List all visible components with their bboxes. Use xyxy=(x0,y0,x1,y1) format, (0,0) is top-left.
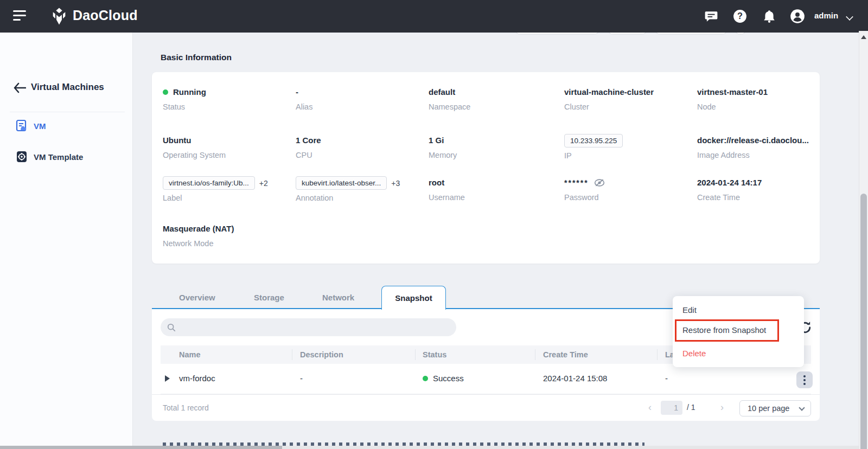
brand-name: DaoCloud xyxy=(73,8,138,23)
app-header: DaoCloud ? admin xyxy=(0,0,868,33)
column-header-status[interactable]: Status xyxy=(423,350,446,359)
field-alias: - Alias xyxy=(296,86,312,111)
eye-off-icon[interactable] xyxy=(594,178,605,187)
menu-item-edit[interactable]: Edit xyxy=(673,300,804,320)
page-size-value: 10 per page xyxy=(748,404,789,413)
menu-item-delete[interactable]: Delete xyxy=(673,344,804,363)
field-cluster: virtual-machine-cluster Cluster xyxy=(564,86,654,111)
prev-page-icon[interactable]: ‹ xyxy=(648,402,652,413)
notifications-bell-icon[interactable] xyxy=(762,9,777,24)
label-more-count[interactable]: +2 xyxy=(259,177,268,190)
field-status: Running Status xyxy=(163,86,206,111)
vertical-scrollbar-thumb[interactable] xyxy=(860,194,867,449)
annotation-chip[interactable]: kubevirt.io/latest-obser... xyxy=(296,176,387,190)
username-label[interactable]: admin xyxy=(814,11,838,20)
label-chip[interactable]: virtnest.io/os-family:Ub... xyxy=(163,176,255,190)
tab-overview[interactable]: Overview xyxy=(179,286,215,309)
column-header-create-time[interactable]: Create Time xyxy=(543,350,588,359)
ip-chip[interactable]: 10.233.95.225 xyxy=(564,134,623,147)
tab-network[interactable]: Network xyxy=(322,286,354,309)
field-namespace: default Namespace xyxy=(429,86,470,111)
status-dot-success xyxy=(423,376,428,381)
search-icon xyxy=(167,323,176,332)
column-divider xyxy=(535,349,535,360)
total-pages-label: / 1 xyxy=(687,403,695,412)
sidebar-item-vm-template[interactable]: VM Template xyxy=(0,145,133,169)
vm-icon xyxy=(15,119,28,132)
field-image-address: docker://release-ci.daoclou... Image Add… xyxy=(697,134,809,159)
cell-status: Success xyxy=(423,374,464,383)
user-avatar[interactable] xyxy=(790,9,805,24)
menu-item-restore-from-snapshot[interactable]: Restore from Snapshot xyxy=(673,320,804,340)
field-ip: 10.233.95.225 IP xyxy=(564,134,623,160)
column-divider xyxy=(292,349,292,360)
field-annotation: kubevirt.io/latest-obser...+3 Annotation xyxy=(296,176,400,202)
section-title: Basic Information xyxy=(161,53,232,62)
svg-text:?: ? xyxy=(737,11,743,21)
column-divider xyxy=(415,349,416,360)
vm-template-icon xyxy=(15,150,28,163)
next-page-icon[interactable]: › xyxy=(720,402,724,413)
search-input[interactable] xyxy=(180,323,441,332)
column-header-name[interactable]: Name xyxy=(179,350,201,359)
status-dot-running xyxy=(163,89,168,95)
sidebar-item-label: VM xyxy=(34,121,46,131)
column-header-description[interactable]: Description xyxy=(300,350,343,359)
field-cpu: 1 Core CPU xyxy=(296,134,321,159)
tab-snapshot[interactable]: Snapshot xyxy=(381,286,446,310)
select-chevron-down-icon xyxy=(799,405,805,410)
field-create-time: 2024-01-24 14:17 Create Time xyxy=(697,176,762,202)
sidebar-divider xyxy=(10,112,125,112)
basic-info-card: Running Status - Alias default Namespace… xyxy=(152,72,820,264)
expand-row-icon[interactable] xyxy=(165,375,170,382)
field-username: root Username xyxy=(429,176,465,202)
field-node: virtnest-master-01 Node xyxy=(697,86,768,111)
table-footer: Total 1 record ‹ 1 / 1 › 10 per page xyxy=(152,394,820,421)
sidebar-item-vm[interactable]: VM xyxy=(0,114,133,138)
field-password: ****** Password xyxy=(564,176,605,202)
row-actions-kebab-icon[interactable] xyxy=(796,371,813,388)
current-page-input[interactable]: 1 xyxy=(661,401,682,415)
column-divider xyxy=(657,349,658,360)
table-row[interactable]: vm-fordoc - Success 2024-01-24 15:08 - xyxy=(161,364,811,394)
snapshot-search[interactable] xyxy=(161,318,456,336)
cell-description: - xyxy=(300,374,303,383)
sidebar-title: Virtual Machines xyxy=(31,82,104,93)
cell-last: - xyxy=(665,374,668,383)
back-arrow-icon[interactable] xyxy=(13,82,26,93)
total-records-label: Total 1 record xyxy=(163,403,209,412)
user-menu-chevron-down-icon[interactable] xyxy=(846,13,853,21)
daocloud-logo-icon xyxy=(50,7,68,25)
message-icon[interactable] xyxy=(704,9,719,24)
page-size-select[interactable]: 10 per page xyxy=(739,400,811,416)
help-icon[interactable]: ? xyxy=(732,9,748,24)
field-network-mode: Masquerade (NAT) Network Mode xyxy=(163,222,234,248)
hamburger-menu-icon[interactable] xyxy=(13,10,27,22)
sidebar: Virtual Machines VM VM Template xyxy=(0,33,133,449)
cell-create-time: 2024-01-24 15:08 xyxy=(543,374,607,383)
sidebar-item-label: VM Template xyxy=(34,152,83,162)
horizontal-scrollbar-thumb[interactable] xyxy=(0,446,282,449)
vertical-scrollbar[interactable] xyxy=(859,31,868,449)
field-os: Ubuntu Operating System xyxy=(163,134,226,159)
cell-name[interactable]: vm-fordoc xyxy=(179,374,215,383)
horizontal-scrollbar[interactable] xyxy=(0,446,859,449)
tab-storage[interactable]: Storage xyxy=(254,286,284,309)
field-label: virtnest.io/os-family:Ub...+2 Label xyxy=(163,176,268,202)
field-memory: 1 Gi Memory xyxy=(429,134,457,159)
scroll-up-arrow-icon[interactable] xyxy=(861,35,866,39)
annotation-more-count[interactable]: +3 xyxy=(391,177,400,190)
row-context-menu: Edit Restore from Snapshot Delete xyxy=(673,296,804,367)
